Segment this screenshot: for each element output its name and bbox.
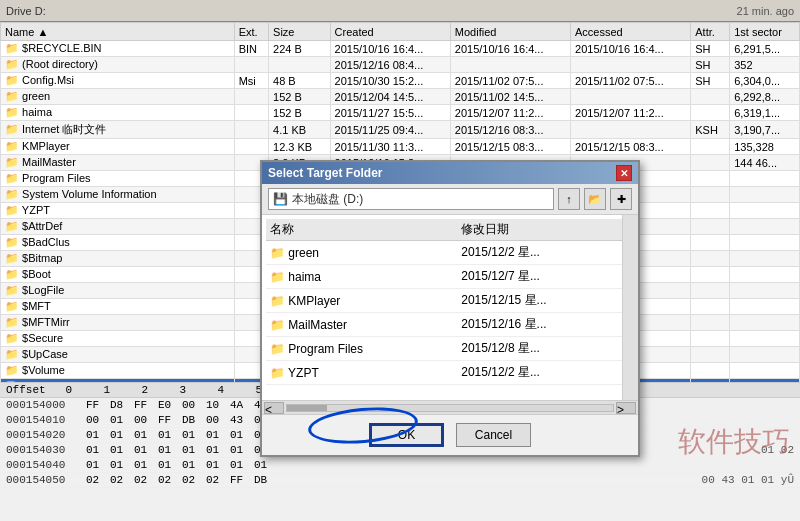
dialog-file-row[interactable]: 📁 haima2015/12/7 星...	[266, 265, 634, 289]
dialog-file-row[interactable]: 📁 KMPlayer2015/12/15 星...	[266, 289, 634, 313]
ok-button[interactable]: OK	[369, 423, 444, 447]
dialog-file-row[interactable]: 📁 green2015/12/2 星...	[266, 241, 634, 265]
hscroll-right[interactable]: >	[616, 402, 636, 414]
dialog-file-date: 2015/12/2 星...	[457, 361, 634, 385]
dialog-file-date: 2015/12/7 星...	[457, 265, 634, 289]
dialog-scrollbar[interactable]	[622, 215, 638, 400]
dialog-file-table: 名称 修改日期 📁 green2015/12/2 星...📁 haima2015…	[266, 219, 634, 385]
dialog-table-header: 名称 修改日期	[266, 219, 634, 241]
dialog-titlebar: Select Target Folder ✕	[262, 162, 638, 184]
dialog-nav-folder[interactable]: 📂	[584, 188, 606, 210]
drive-icon: 💾	[273, 192, 288, 206]
dialog-file-name: 📁 haima	[266, 265, 457, 289]
dialog-file-row[interactable]: 📁 YZPT2015/12/2 星...	[266, 361, 634, 385]
dialog-location-bar[interactable]: 💾 本地磁盘 (D:)	[268, 188, 554, 210]
dialog-overlay: Select Target Folder ✕ 💾 本地磁盘 (D:) ↑ 📂 ✚	[0, 0, 800, 521]
dialog-close-button[interactable]: ✕	[616, 165, 632, 181]
dialog-file-date: 2015/12/15 星...	[457, 289, 634, 313]
dialog-content: 名称 修改日期 📁 green2015/12/2 星...📁 haima2015…	[262, 215, 638, 400]
dialog-title: Select Target Folder	[268, 166, 382, 180]
hscroll-left[interactable]: <	[264, 402, 284, 414]
dialog-nav-new[interactable]: ✚	[610, 188, 632, 210]
dialog-file-row[interactable]: 📁 Program Files2015/12/8 星...	[266, 337, 634, 361]
dialog-nav-up[interactable]: ↑	[558, 188, 580, 210]
dialog-file-date: 2015/12/16 星...	[457, 313, 634, 337]
dialog-location-text: 本地磁盘 (D:)	[292, 191, 363, 208]
dialog-content-area: 名称 修改日期 📁 green2015/12/2 星...📁 haima2015…	[262, 215, 638, 400]
select-folder-dialog: Select Target Folder ✕ 💾 本地磁盘 (D:) ↑ 📂 ✚	[260, 160, 640, 457]
dialog-file-date: 2015/12/2 星...	[457, 241, 634, 265]
dialog-file-row[interactable]: 📁 MailMaster2015/12/16 星...	[266, 313, 634, 337]
main-window: Drive D: 21 min. ago Name ▲ Ext. Size Cr…	[0, 0, 800, 521]
cancel-button[interactable]: Cancel	[456, 423, 531, 447]
dialog-file-name: 📁 green	[266, 241, 457, 265]
dialog-col-date[interactable]: 修改日期	[457, 219, 634, 241]
dialog-file-name: 📁 Program Files	[266, 337, 457, 361]
dialog-col-name[interactable]: 名称	[266, 219, 457, 241]
dialog-file-name: 📁 MailMaster	[266, 313, 457, 337]
dialog-buttons: OK Cancel	[262, 414, 638, 455]
dialog-file-date: 2015/12/8 星...	[457, 337, 634, 361]
dialog-hscrollbar[interactable]: < >	[262, 400, 638, 414]
dialog-file-name: 📁 KMPlayer	[266, 289, 457, 313]
dialog-file-name: 📁 YZPT	[266, 361, 457, 385]
dialog-toolbar: 💾 本地磁盘 (D:) ↑ 📂 ✚	[262, 184, 638, 215]
hscroll-thumb[interactable]	[287, 405, 327, 411]
hscroll-track[interactable]	[286, 404, 614, 412]
